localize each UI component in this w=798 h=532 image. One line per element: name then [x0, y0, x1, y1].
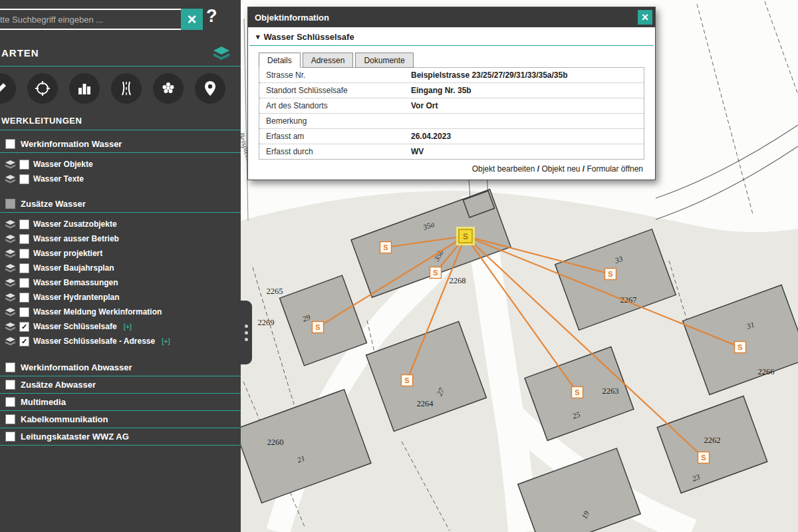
action-link[interactable]: Objekt neu: [541, 164, 580, 174]
layer-checkbox[interactable]: ✓: [19, 336, 29, 346]
layer-item[interactable]: Wasser Objekte: [0, 157, 241, 172]
search-input[interactable]: [0, 9, 185, 30]
popup-header[interactable]: Objektinformation ×: [248, 7, 655, 27]
layer-section-header[interactable]: Werkinformation Wasser: [0, 136, 241, 153]
keysafe-marker[interactable]: S: [402, 375, 413, 386]
keysafe-marker[interactable]: S: [572, 387, 583, 398]
building-number-label: 2268: [450, 276, 466, 285]
keysafe-marker[interactable]: S: [698, 452, 710, 464]
layer-item[interactable]: Wasser Hydrantenplan: [0, 290, 241, 305]
attribute-label: Art des Standorts: [266, 101, 411, 110]
section-checkbox[interactable]: [5, 362, 15, 372]
layer-label: Wasser ausser Betrieb: [33, 234, 119, 243]
layer-item[interactable]: Wasser Meldung Werkinformation: [0, 305, 241, 319]
layer-section-header[interactable]: Zusätze Wasser: [0, 196, 241, 213]
layer-checkbox[interactable]: [19, 293, 29, 303]
section-checkbox[interactable]: [5, 139, 15, 149]
keysafe-marker[interactable]: S: [313, 322, 324, 333]
section-label: Zusätze Wasser: [21, 199, 86, 209]
layer-item[interactable]: Wasser Baujahrsplan: [0, 261, 241, 275]
roads-icon[interactable]: [111, 73, 142, 104]
layer-checkbox[interactable]: [19, 234, 29, 244]
collapse-caret-icon[interactable]: ▾: [256, 33, 260, 41]
layers-icon[interactable]: [213, 46, 230, 63]
layer-checkbox[interactable]: [19, 174, 29, 184]
handle-dot-icon: [245, 331, 248, 334]
layer-checkbox[interactable]: [19, 160, 29, 170]
section-label: Leitungskataster WWZ AG: [21, 432, 129, 442]
sidebar-collapse-handle[interactable]: [241, 301, 252, 364]
section-checkbox[interactable]: [5, 414, 15, 424]
action-separator: /: [535, 164, 541, 174]
parks-icon[interactable]: [153, 73, 184, 104]
section-label: Kabelkommunikation: [21, 414, 108, 424]
layer-item[interactable]: Wasser projektiert: [0, 246, 241, 261]
pencil-icon[interactable]: [0, 73, 16, 104]
layer-stack-icon: [5, 249, 15, 258]
section-checkbox[interactable]: [5, 199, 15, 209]
attribute-row: Strasse Nr.Beispielstrasse 23/25/27/29/3…: [259, 68, 644, 83]
expand-plus-link[interactable]: [+]: [124, 323, 132, 331]
layer-stack-icon: [5, 279, 15, 287]
layer-checkbox[interactable]: [19, 263, 29, 273]
attribute-row: Standort SchlüsselsafeEingang Nr. 35b: [259, 83, 644, 98]
building-number-label: 2260: [267, 438, 284, 447]
attribute-value: WV: [411, 147, 424, 156]
layer-item[interactable]: Wasser ausser Betrieb: [0, 231, 241, 246]
measure-icon[interactable]: [27, 73, 58, 104]
info-pin-icon[interactable]: [195, 73, 225, 104]
tab-adressen[interactable]: Adressen: [303, 53, 354, 68]
popup-title: Objektinformation: [255, 13, 329, 23]
keysafe-marker[interactable]: S: [605, 269, 616, 280]
layer-section-header[interactable]: Multimedia: [0, 394, 241, 411]
layer-item[interactable]: Wasser Bemassungen: [0, 275, 241, 290]
layer-stack-icon: [5, 220, 15, 229]
layer-stack-icon: [5, 264, 15, 273]
search-clear-button[interactable]: ×: [181, 9, 203, 30]
attribute-label: Erfasst am: [266, 132, 411, 141]
attribute-row: Erfasst am26.04.2023: [259, 129, 644, 144]
tab-details[interactable]: Details: [259, 53, 301, 68]
layer-section-header[interactable]: Leitungskataster WWZ AG: [0, 428, 241, 446]
selected-keysafe-marker[interactable]: S: [456, 227, 475, 245]
layer-section-header[interactable]: Kabelkommunikation: [0, 411, 241, 428]
layer-item[interactable]: ✓Wasser Schlüsselsafe - Adresse[+]: [0, 334, 241, 348]
layer-checkbox[interactable]: [19, 278, 29, 288]
keysafe-marker[interactable]: S: [735, 342, 746, 353]
layer-checkbox[interactable]: [19, 219, 29, 229]
building-number-label: 2264: [417, 399, 434, 408]
layer-stack-icon: [5, 160, 15, 169]
city-icon[interactable]: [69, 73, 100, 104]
attribute-table: Strasse Nr.Beispielstrasse 23/25/27/29/3…: [259, 67, 644, 160]
attribute-row: Bemerkung: [259, 114, 644, 129]
building-number-label: 2265: [267, 287, 283, 296]
action-link[interactable]: Formular öffnen: [587, 164, 644, 174]
expand-plus-link[interactable]: [+]: [162, 337, 170, 345]
section-checkbox[interactable]: [5, 380, 15, 390]
section-checkbox[interactable]: [5, 397, 15, 407]
layer-item[interactable]: ✓Wasser Schlüsselsafe[+]: [0, 319, 241, 334]
maps-header-row: ARTEN: [0, 43, 241, 66]
keysafe-marker[interactable]: S: [380, 242, 392, 253]
layer-checkbox[interactable]: ✓: [19, 322, 29, 332]
close-icon[interactable]: ×: [638, 10, 652, 25]
keysafe-marker-letter: S: [315, 323, 320, 331]
popup-section-header[interactable]: ▾ Wasser Schlüsselsafe: [249, 27, 654, 46]
popup-actions: Objekt bearbeiten / Objekt neu / Formula…: [248, 160, 655, 180]
section-title: WERKLEITUNGEN: [0, 109, 241, 130]
layer-item[interactable]: Wasser Texte: [0, 172, 241, 186]
layer-stack-icon: [5, 175, 15, 184]
tab-dokumente[interactable]: Dokumente: [355, 53, 413, 68]
layer-section-header[interactable]: Werkinformation Abwasser: [0, 359, 241, 376]
keysafe-marker-letter: S: [383, 243, 388, 251]
layer-checkbox[interactable]: [19, 307, 29, 317]
help-button[interactable]: ?: [206, 6, 217, 27]
action-link[interactable]: Objekt bearbeiten: [472, 164, 535, 174]
keysafe-marker-letter: S: [701, 454, 706, 462]
keysafe-marker[interactable]: S: [430, 267, 442, 279]
section-checkbox[interactable]: [5, 432, 15, 442]
layer-section-header[interactable]: Zusätze Abwasser: [0, 376, 241, 394]
layer-checkbox[interactable]: [19, 249, 29, 259]
layer-item[interactable]: Wasser Zusatzobjekte: [0, 217, 241, 231]
keysafe-marker-letter: S: [737, 343, 742, 351]
